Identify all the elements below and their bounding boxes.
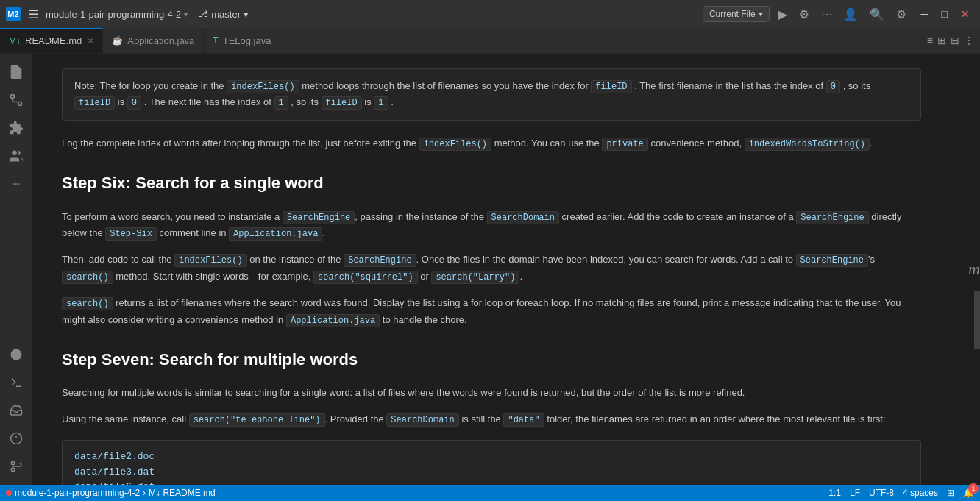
step7-title: Step Seven: Search for multiple words (62, 346, 921, 373)
error-dot (6, 490, 12, 496)
activity-run-icon[interactable] (4, 342, 29, 367)
account-icon[interactable]: 👤 (840, 4, 861, 24)
activity-accounts-icon[interactable] (4, 143, 29, 168)
svg-point-10 (11, 468, 15, 472)
minimap: m (951, 54, 980, 485)
svg-point-2 (12, 151, 17, 156)
note-code5: 0 (127, 96, 141, 110)
split-editor-icon[interactable]: ⊞ (937, 35, 946, 46)
step6-p2: Then, add code to call the indexFiles() … (62, 252, 921, 285)
data-folder-code: "data" (503, 413, 544, 427)
activity-bar: ··· (0, 54, 32, 485)
project-name[interactable]: module-1-pair-programming-4-2 ▾ (46, 9, 188, 20)
branch-icon: ⎇ (198, 9, 208, 19)
note-code2: fileID (591, 80, 631, 93)
editor-content[interactable]: Note: The for loop you create in the ind… (32, 54, 951, 485)
app-logo: M2 (6, 7, 21, 21)
current-file-chevron-icon: ▾ (759, 9, 763, 19)
status-breadcrumb-sep1: › (143, 488, 146, 498)
status-position[interactable]: 1:1 (828, 488, 841, 498)
step-six-code: Step-Six (105, 227, 157, 241)
step7-p2: Using the same instance, call search("te… (62, 411, 921, 427)
svg-point-0 (10, 95, 14, 99)
activity-terminal-icon[interactable] (4, 370, 29, 395)
search-domain-code2: SearchDomain (386, 413, 458, 427)
activity-source-control-icon[interactable] (4, 88, 29, 113)
application-tab-icon: ☕ (112, 35, 123, 46)
notification-icon[interactable]: 🔔 1 (963, 488, 974, 498)
step6-p1: To perform a word search, you need to in… (62, 209, 921, 242)
search-squirrel-code: search("squirrel") (313, 271, 418, 284)
status-line-ending[interactable]: LF (850, 488, 860, 498)
indexed-words-code: indexedWordsToString() (745, 138, 870, 151)
note-code6: 1 (274, 96, 288, 110)
note-text: Note: The for loop you create in the (74, 80, 227, 91)
titlebar: M2 ☰ module-1-pair-programming-4-2 ▾ ⎇ m… (0, 0, 980, 28)
run-button[interactable]: ▶ (775, 4, 790, 24)
project-chevron-icon: ▾ (184, 10, 188, 18)
status-file[interactable]: M↓ README.md (149, 488, 216, 498)
note-code1: indexFiles() (227, 80, 299, 93)
activity-inbox-icon[interactable] (4, 398, 29, 423)
application-tab-label: Application.java (127, 35, 194, 46)
editor-layout-icon[interactable]: ≡ (927, 35, 933, 46)
toggle-panel-icon[interactable]: ⊟ (951, 35, 959, 46)
search-larry-code: search("Larry") (431, 271, 519, 284)
scrollbar-thumb[interactable] (974, 291, 980, 349)
branch-chevron-icon: ▾ (244, 9, 249, 20)
search-engine-code3: SearchEngine (344, 254, 416, 267)
note-code7: fileID (322, 96, 362, 110)
status-bar: module-1-pair-programming-4-2 › M↓ READM… (0, 485, 980, 501)
readme-tab-label: README.md (25, 35, 82, 46)
search-method-code: search() (62, 271, 113, 284)
close-button[interactable]: ✕ (956, 5, 974, 23)
readme-tab-icon: M↓ (9, 36, 21, 46)
status-spaces[interactable]: 4 spaces (903, 488, 938, 498)
tabs-bar: M↓ README.md ✕ ☕ Application.java T TELo… (0, 28, 980, 54)
tab-telog[interactable]: T TELog.java (204, 28, 280, 53)
status-project[interactable]: module-1-pair-programming-4-2 (15, 488, 140, 498)
application-java-code2: Application.java (286, 314, 380, 327)
tab-readme[interactable]: M↓ README.md ✕ (0, 28, 103, 53)
maximize-button[interactable]: □ (937, 5, 952, 23)
minimize-button[interactable]: ─ (917, 5, 933, 23)
search-icon[interactable]: 🔍 (867, 4, 887, 24)
editor-area: Note: The for loop you create in the ind… (32, 54, 951, 485)
more-button[interactable]: ⋯ (818, 4, 836, 24)
search-engine-code1: SearchEngine (283, 211, 355, 224)
status-encoding[interactable]: UTF-8 (869, 488, 894, 498)
activity-more-icon[interactable]: ··· (4, 171, 29, 196)
current-file-button[interactable]: Current File ▾ (703, 6, 770, 22)
tab-application[interactable]: ☕ Application.java (103, 28, 204, 53)
status-expand-icon[interactable]: ⊞ (947, 488, 954, 498)
menu-icon[interactable]: ☰ (25, 4, 41, 24)
private-code: private (602, 138, 647, 151)
search-telephone-code: search("telephone line") (189, 413, 325, 427)
activity-info-icon[interactable] (4, 426, 29, 451)
activity-explorer-icon[interactable] (4, 60, 29, 85)
step6-p3: search() returns a list of filenames whe… (62, 295, 921, 328)
minimap-letter: m (968, 260, 980, 279)
search-domain-code1: SearchDomain (487, 211, 559, 224)
telog-tab-label: TELog.java (223, 35, 271, 46)
notification-badge: 1 (968, 483, 979, 494)
activity-extensions-icon[interactable] (4, 116, 29, 141)
step7-p1: Searching for multiple words is similar … (62, 385, 921, 401)
debug-button[interactable]: ⚙ (796, 4, 812, 24)
paragraph-index-log: Log the complete index of words after lo… (62, 135, 921, 152)
activity-git-icon[interactable] (4, 454, 29, 479)
main-layout: ··· Note: The for loop you create in the… (0, 54, 980, 485)
telog-tab-icon: T (213, 35, 218, 46)
note-box: Note: The for loop you create in the ind… (62, 68, 921, 121)
search-engine-code4: SearchEngine (796, 254, 868, 267)
readme-tab-close[interactable]: ✕ (88, 37, 93, 45)
settings-icon[interactable]: ⚙ (893, 4, 909, 24)
svg-point-9 (11, 461, 15, 465)
more-tabs-icon[interactable]: ⋮ (964, 35, 974, 46)
svg-point-1 (18, 102, 21, 106)
step6-title: Step Six: Search for a single word (62, 169, 921, 196)
branch-selector[interactable]: ⎇ master ▾ (198, 9, 249, 20)
code-block-results: data/file2.doc data/file3.dat data/file6… (62, 440, 921, 485)
index-files-code: indexFiles() (419, 138, 491, 151)
search-engine-code2: SearchEngine (796, 211, 868, 224)
